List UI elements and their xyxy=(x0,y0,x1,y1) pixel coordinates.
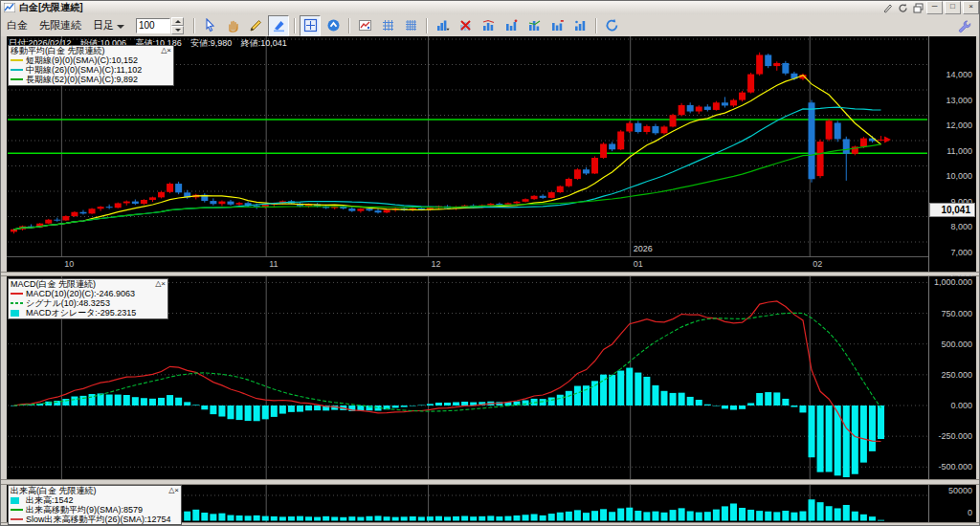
candle xyxy=(600,142,607,159)
pan-tool-button[interactable] xyxy=(222,15,243,36)
legend-controls[interactable]: △× xyxy=(168,486,179,495)
y-axis-label: 12,000 xyxy=(946,121,972,130)
candle xyxy=(149,197,156,203)
candle xyxy=(141,199,147,205)
macd-bar xyxy=(843,405,850,477)
volume-bar xyxy=(384,516,390,520)
volume-bar xyxy=(661,513,668,521)
close-button[interactable]: × xyxy=(963,1,979,14)
macd-bar xyxy=(679,393,685,405)
volume-bar xyxy=(548,514,555,520)
sma-short-swatch xyxy=(11,59,23,61)
volume-bar xyxy=(557,513,564,521)
volume-legend-title: 出来高(白金 先限連続) xyxy=(11,486,97,495)
legend-controls[interactable]: △× xyxy=(161,46,171,55)
crosshair-tool-button[interactable] xyxy=(300,15,321,36)
volume-bar xyxy=(756,511,763,520)
refresh-button[interactable] xyxy=(601,15,622,36)
grid-dense-layout-button[interactable] xyxy=(400,15,421,36)
duplicate-window-button[interactable] xyxy=(911,3,924,13)
draw-tool-button[interactable] xyxy=(245,15,266,36)
volume-slow-ma-swatch xyxy=(11,518,23,520)
minimize-button[interactable]: ─ xyxy=(926,1,943,14)
maximize-button[interactable]: □ xyxy=(945,1,961,14)
wrench-icon xyxy=(957,19,971,33)
macd-bar xyxy=(98,393,104,405)
volume-bar xyxy=(852,512,858,521)
y-axis-label: 8,000 xyxy=(950,222,972,231)
macd-bar xyxy=(401,405,408,407)
candle xyxy=(566,178,572,187)
chart-area: 日付:2026/02/12 始値:10,006 高値:10,186 安値:9,9… xyxy=(1,36,980,526)
macd-bar xyxy=(643,377,650,405)
x-axis-year-label: 2026 xyxy=(634,244,653,253)
volume-bar xyxy=(297,516,303,521)
candle xyxy=(747,73,754,94)
chart-type-button[interactable] xyxy=(432,15,453,36)
sma-mid-label: 中期線(26)(0)(SMA)(C):11,102 xyxy=(26,65,142,75)
spinner-up-button[interactable] xyxy=(171,17,184,26)
x-axis-label: 12 xyxy=(432,259,441,269)
macd-bar xyxy=(271,405,278,417)
macd-line-label: MACD(10)(20)(C):-246.9063 xyxy=(26,289,135,298)
volume-bar xyxy=(184,512,190,521)
chart-style-5-icon xyxy=(573,18,588,33)
macd-bar xyxy=(626,368,633,405)
macd-bar xyxy=(254,405,260,421)
macd-bar xyxy=(635,373,641,405)
marker-tool-button[interactable] xyxy=(268,15,289,36)
app-window: 白金[先限連続] ─ □ × 白金 先限連続 日足 xyxy=(0,0,980,526)
chart-window-button[interactable] xyxy=(354,15,375,36)
indicator-4-button[interactable] xyxy=(546,15,568,36)
macd-bar xyxy=(167,395,173,405)
volume-bar xyxy=(254,515,260,521)
volume-bar xyxy=(566,512,572,521)
indicator-2-button[interactable] xyxy=(501,15,522,36)
annotate-button[interactable] xyxy=(880,3,894,13)
macd-bar xyxy=(548,398,555,405)
macd-bar xyxy=(704,405,711,405)
macd-bar xyxy=(652,385,658,405)
sma-mid-swatch xyxy=(11,69,23,71)
candle xyxy=(115,203,122,208)
macd-bar xyxy=(566,391,572,405)
remove-indicator-button[interactable] xyxy=(455,15,476,36)
volume-bar xyxy=(843,505,850,521)
signal-line xyxy=(14,313,881,411)
sma-long-label: 長期線(52)(0)(SMA)(C):9,892 xyxy=(26,75,138,84)
candle xyxy=(54,218,60,222)
y-axis-label: 50000 xyxy=(948,486,972,495)
candle xyxy=(696,105,702,114)
macd-bar xyxy=(106,395,113,405)
grid-layout-button[interactable] xyxy=(377,15,398,36)
indicator-1-button[interactable] xyxy=(478,15,499,36)
legend-controls[interactable]: △× xyxy=(155,279,166,289)
indicator-5-button[interactable] xyxy=(569,15,590,36)
volume-bar xyxy=(271,516,278,521)
macd-bar xyxy=(218,405,225,417)
reload-window-button[interactable] xyxy=(896,3,909,13)
volume-bar xyxy=(713,510,720,521)
window-title: 白金[先限連続] xyxy=(19,1,83,14)
macd-bar xyxy=(201,405,208,409)
bar-count-input[interactable] xyxy=(136,18,170,33)
macd-bar xyxy=(609,375,615,405)
sma-26-line xyxy=(14,107,881,230)
cursor-tool-button[interactable] xyxy=(199,15,220,36)
indicator-3-button[interactable] xyxy=(523,15,545,36)
timeframe-select[interactable]: 日足 xyxy=(93,18,124,33)
candle xyxy=(730,99,737,107)
sma-short-label: 短期線(9)(0)(SMA)(C):10,152 xyxy=(26,55,138,65)
volume-bar xyxy=(340,517,346,521)
settings-button[interactable] xyxy=(953,15,974,36)
macd-bar xyxy=(817,405,824,472)
macd-bar xyxy=(461,402,468,405)
price-y-axis: 14,00013,00012,00011,00010,0009,0008,000… xyxy=(928,36,976,272)
candle xyxy=(609,142,615,151)
volume-bar xyxy=(323,516,329,521)
spinner-down-button[interactable] xyxy=(171,26,184,34)
volume-bar xyxy=(262,516,269,521)
crosshair-box-icon xyxy=(303,18,318,33)
navigate-tool-button[interactable] xyxy=(323,15,344,36)
volume-bar xyxy=(392,517,399,521)
